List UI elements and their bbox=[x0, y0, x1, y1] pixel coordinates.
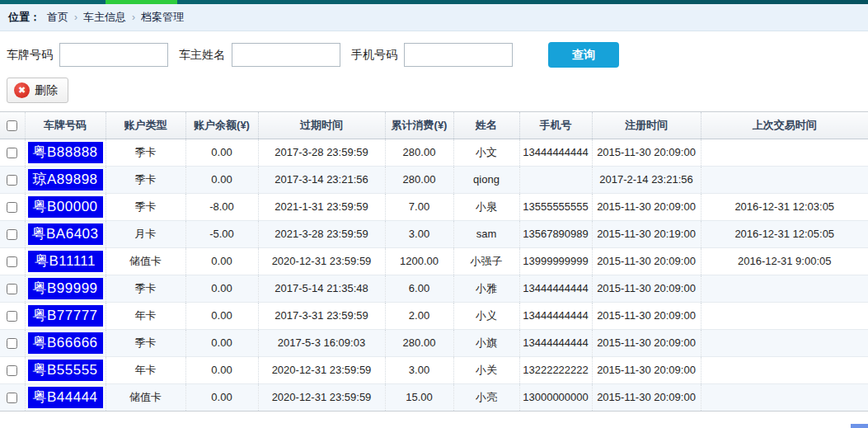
row-checkbox-cell bbox=[0, 247, 25, 275]
row-checkbox-cell bbox=[0, 383, 25, 411]
table-row[interactable]: 粤B77777 年卡 0.00 2017-3-31 23:59:59 2.00 … bbox=[0, 302, 868, 329]
row-checkbox[interactable] bbox=[7, 365, 17, 376]
header-register-time: 注册时间 bbox=[592, 112, 701, 139]
bottom-strip bbox=[0, 420, 868, 428]
row-checkbox[interactable] bbox=[7, 256, 17, 267]
plate-cell: 粤B00000 bbox=[25, 193, 106, 220]
phone-cell: 13444444444 bbox=[519, 139, 592, 166]
plate-field-group: 车牌号码 bbox=[7, 43, 168, 67]
plate-cell: 粤B99999 bbox=[25, 275, 106, 302]
horizontal-scrollbar-thumb[interactable] bbox=[851, 424, 868, 428]
account-type-cell: 年卡 bbox=[106, 302, 185, 329]
delete-button[interactable]: ✖ 删除 bbox=[7, 78, 68, 103]
account-type-cell: 储值卡 bbox=[106, 383, 185, 411]
header-account-type: 账户类型 bbox=[106, 112, 185, 139]
top-loading-bar bbox=[0, 0, 868, 4]
phone-cell: 13444444444 bbox=[519, 302, 592, 329]
last-trade-time-cell bbox=[701, 356, 868, 383]
header-plate: 车牌号码 bbox=[25, 112, 106, 139]
register-time-cell: 2015-11-30 20:09:00 bbox=[592, 139, 701, 166]
phone-cell: 13000000000 bbox=[519, 383, 592, 411]
balance-cell: 0.00 bbox=[185, 166, 258, 193]
phone-field-group: 手机号码 bbox=[351, 43, 513, 67]
header-expire-time: 过期时间 bbox=[258, 112, 385, 139]
table-row[interactable]: 粤B00000 季卡 -8.00 2021-1-31 23:59:59 7.00… bbox=[0, 193, 868, 220]
name-cell: 小关 bbox=[453, 356, 519, 383]
license-plate-badge: 琼A89898 bbox=[28, 169, 103, 190]
row-checkbox[interactable] bbox=[7, 175, 17, 186]
account-type-cell: 季卡 bbox=[106, 275, 185, 302]
register-time-cell: 2017-2-14 23:21:56 bbox=[592, 166, 701, 193]
total-consume-cell: 7.00 bbox=[385, 193, 453, 220]
table-row[interactable]: 粤B44444 储值卡 0.00 2020-12-31 23:59:59 15.… bbox=[0, 383, 868, 411]
balance-cell: -8.00 bbox=[185, 193, 258, 220]
row-checkbox[interactable] bbox=[7, 202, 17, 213]
phone-number-label: 手机号码 bbox=[351, 48, 397, 63]
plate-cell: 粤B77777 bbox=[25, 302, 106, 329]
total-consume-cell: 280.00 bbox=[385, 166, 453, 193]
name-cell: sam bbox=[453, 220, 519, 247]
total-consume-cell: 2.00 bbox=[385, 302, 453, 329]
account-type-cell: 季卡 bbox=[106, 193, 185, 220]
expire-time-cell: 2017-3-14 23:21:56 bbox=[258, 166, 385, 193]
delete-x-icon: ✖ bbox=[14, 82, 30, 98]
row-checkbox[interactable] bbox=[7, 311, 17, 322]
total-consume-cell: 3.00 bbox=[385, 356, 453, 383]
table-row[interactable]: 粤B11111 储值卡 0.00 2020-12-31 23:59:59 120… bbox=[0, 247, 868, 275]
query-button[interactable]: 查询 bbox=[548, 42, 619, 68]
breadcrumb-item-archive-mgmt[interactable]: 档案管理 bbox=[141, 10, 184, 25]
breadcrumb-item-home[interactable]: 首页 bbox=[47, 10, 68, 25]
name-cell: 小泉 bbox=[453, 193, 519, 220]
row-checkbox-cell bbox=[0, 356, 25, 383]
balance-cell: 0.00 bbox=[185, 329, 258, 356]
expire-time-cell: 2017-5-14 21:35:48 bbox=[258, 275, 385, 302]
license-plate-badge: 粤B11111 bbox=[28, 251, 103, 272]
balance-cell: 0.00 bbox=[185, 275, 258, 302]
table-row[interactable]: 粤B88888 季卡 0.00 2017-3-28 23:59:59 280.0… bbox=[0, 139, 868, 166]
row-checkbox[interactable] bbox=[7, 284, 17, 294]
license-plate-badge: 粤B77777 bbox=[28, 305, 103, 327]
table-body: 粤B88888 季卡 0.00 2017-3-28 23:59:59 280.0… bbox=[0, 139, 868, 411]
name-cell: 小文 bbox=[453, 139, 519, 166]
name-cell: qiong bbox=[453, 166, 519, 193]
balance-cell: 0.00 bbox=[185, 383, 258, 411]
balance-cell: 0.00 bbox=[185, 356, 258, 383]
phone-number-input[interactable] bbox=[404, 43, 513, 67]
plate-cell: 琼A89898 bbox=[25, 166, 106, 193]
plate-number-input[interactable] bbox=[59, 43, 168, 67]
balance-cell: 0.00 bbox=[185, 139, 258, 166]
owner-name-input[interactable] bbox=[232, 43, 340, 67]
phone-cell: 13444444444 bbox=[519, 275, 592, 302]
expire-time-cell: 2021-3-28 23:59:59 bbox=[258, 220, 385, 247]
row-checkbox[interactable] bbox=[7, 148, 17, 158]
owners-table-wrap: 车牌号码 账户类型 账户余额(¥) 过期时间 累计消费(¥) 姓名 手机号 注册… bbox=[0, 111, 868, 412]
table-row[interactable]: 粤B99999 季卡 0.00 2017-5-14 21:35:48 6.00 … bbox=[0, 275, 868, 302]
table-row[interactable]: 粤B55555 年卡 0.00 2020-12-31 23:59:59 3.00… bbox=[0, 356, 868, 383]
plate-cell: 粤B66666 bbox=[25, 329, 106, 356]
table-row[interactable]: 粤BA6403 月卡 -5.00 2021-3-28 23:59:59 3.00… bbox=[0, 220, 868, 247]
table-row[interactable]: 粤B66666 季卡 0.00 2017-5-3 16:09:03 280.00… bbox=[0, 329, 868, 356]
select-all-checkbox[interactable] bbox=[7, 120, 17, 131]
balance-cell: 0.00 bbox=[185, 247, 258, 275]
owner-name-label: 车主姓名 bbox=[179, 48, 225, 63]
row-checkbox[interactable] bbox=[7, 338, 17, 349]
total-consume-cell: 15.00 bbox=[385, 383, 453, 411]
row-checkbox-cell bbox=[0, 166, 25, 193]
register-time-cell: 2015-11-30 20:09:00 bbox=[592, 302, 701, 329]
register-time-cell: 2015-11-30 20:19:00 bbox=[592, 220, 701, 247]
table-row[interactable]: 琼A89898 季卡 0.00 2017-3-14 23:21:56 280.0… bbox=[0, 166, 868, 193]
phone-cell: 13567890989 bbox=[519, 220, 592, 247]
plate-cell: 粤BA6403 bbox=[25, 220, 106, 247]
register-time-cell: 2015-11-30 20:09:00 bbox=[592, 329, 701, 356]
last-trade-time-cell: 2016-12-31 12:03:05 bbox=[701, 193, 868, 220]
name-cell: 小雅 bbox=[453, 275, 519, 302]
license-plate-badge: 粤B44444 bbox=[28, 387, 103, 408]
name-cell: 小义 bbox=[453, 302, 519, 329]
row-checkbox[interactable] bbox=[7, 229, 17, 240]
license-plate-badge: 粤B55555 bbox=[28, 360, 103, 381]
register-time-cell: 2015-11-30 20:09:00 bbox=[592, 247, 701, 275]
row-checkbox[interactable] bbox=[7, 393, 17, 403]
breadcrumb-item-owner-info[interactable]: 车主信息 bbox=[83, 10, 126, 25]
header-name: 姓名 bbox=[453, 112, 519, 139]
search-form: 车牌号码 车主姓名 手机号码 查询 bbox=[0, 31, 868, 78]
